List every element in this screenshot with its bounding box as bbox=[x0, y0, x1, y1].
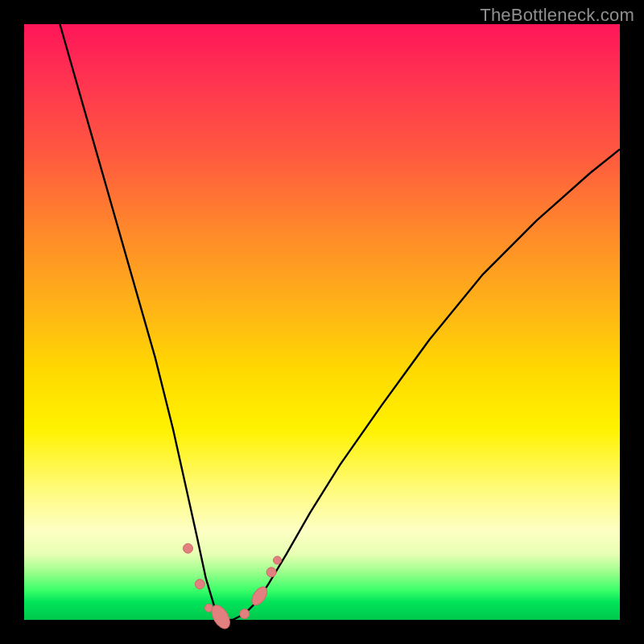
bottleneck-curve-path bbox=[60, 24, 620, 620]
curve-group bbox=[60, 24, 620, 620]
curve-marker bbox=[274, 556, 282, 564]
chart-plot-area bbox=[24, 24, 620, 620]
chart-svg bbox=[24, 24, 620, 620]
curve-marker bbox=[195, 580, 204, 589]
chart-frame: TheBottleneck.com bbox=[0, 0, 644, 644]
curve-marker bbox=[266, 568, 276, 577]
watermark-text: TheBottleneck.com bbox=[480, 5, 634, 26]
curve-marker bbox=[240, 609, 250, 619]
curve-marker bbox=[184, 543, 193, 553]
